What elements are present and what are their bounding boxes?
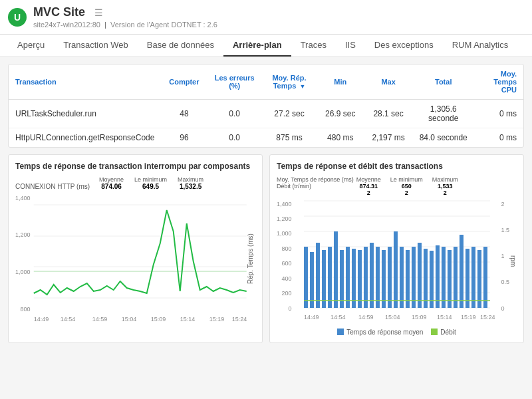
svg-rect-30 — [358, 250, 362, 308]
svg-text:14:59: 14:59 — [358, 314, 374, 321]
chart-right-title: Temps de réponse et débit des transactio… — [277, 162, 517, 172]
col-header-min[interactable]: Min — [317, 65, 364, 100]
nav-item-exceptions[interactable]: Des exceptions — [365, 35, 443, 57]
legend-debit-min: 2 — [390, 190, 423, 196]
svg-rect-32 — [370, 243, 374, 308]
col-header-max[interactable]: Max — [364, 65, 413, 100]
svg-text:15:09: 15:09 — [150, 316, 166, 323]
svg-rect-46 — [454, 247, 458, 308]
table-row: HttpURLConnection.getResponseCode 96 0.0… — [9, 128, 523, 148]
svg-rect-24 — [322, 250, 326, 308]
y-axis-label-right: rpm — [509, 198, 517, 326]
nav-item-rum[interactable]: RUM Analytics — [443, 35, 518, 57]
chart-left: Temps de réponse de transaction interrom… — [8, 154, 263, 343]
legend-moyenne-label-l: Moyenne — [99, 176, 124, 183]
nav-item-base-donnees[interactable]: Base de données — [138, 35, 223, 57]
col-header-avg[interactable]: Moy. Rép. Temps ▼ — [262, 65, 317, 100]
legend-line-label: Débit — [440, 329, 456, 336]
y-tick-r-0: 0 — [289, 305, 292, 312]
y-tick-right-1: 1 — [501, 253, 504, 259]
svg-text:15:04: 15:04 — [121, 316, 136, 323]
y-tick-r-1400: 1,400 — [277, 201, 292, 207]
edit-icon[interactable]: ☰ — [94, 7, 103, 18]
y-tick-r-200: 200 — [282, 290, 292, 297]
svg-text:14:54: 14:54 — [60, 316, 75, 323]
svg-rect-47 — [460, 235, 464, 308]
col-header-errors[interactable]: Les erreurs (%) — [207, 65, 262, 100]
nav-item-iis[interactable]: IIS — [336, 35, 365, 57]
legend-resp-label: Moy. Temps de réponse (ms) — [277, 176, 354, 183]
line-chart-left: 14:49 14:54 14:59 15:04 15:09 15:14 15:1… — [33, 192, 247, 325]
svg-text:14:54: 14:54 — [331, 314, 346, 321]
svg-text:14:59: 14:59 — [92, 316, 107, 323]
nav-item-transaction-web[interactable]: Transaction Web — [54, 35, 138, 57]
svg-text:14:49: 14:49 — [304, 314, 319, 321]
svg-text:15:14: 15:14 — [180, 316, 195, 323]
svg-rect-29 — [352, 249, 356, 308]
y-tick-r-1000: 1,000 — [277, 230, 292, 237]
nav-item-traces[interactable]: Traces — [291, 35, 336, 57]
svg-text:15:24: 15:24 — [231, 316, 247, 323]
legend-debit-label: Débit (tr/min) — [277, 183, 354, 190]
cell-count-1: 48 — [161, 100, 207, 128]
y-tick-800: 800 — [21, 306, 31, 313]
chart-left-title: Temps de réponse de transaction interrom… — [15, 162, 255, 172]
y-tick-1000: 1,000 — [15, 269, 31, 275]
legend-debit-max: 2 — [432, 190, 458, 196]
col-header-cpu[interactable]: Moy. Temps CPU — [474, 65, 523, 100]
svg-rect-25 — [328, 247, 332, 308]
legend-max-val-l: 1,532.5 — [178, 183, 203, 190]
svg-rect-21 — [304, 247, 308, 308]
svg-rect-31 — [364, 247, 368, 308]
cell-errors-1: 0.0 — [207, 100, 262, 128]
charts-row: Temps de réponse de transaction interrom… — [8, 154, 524, 343]
svg-text:15:14: 15:14 — [437, 314, 452, 321]
site-title: MVC Site — [33, 5, 85, 19]
y-tick-r-400: 400 — [282, 275, 292, 282]
svg-rect-40 — [418, 243, 422, 308]
chart-left-component: CONNEXION HTTP (ms) — [15, 183, 90, 190]
svg-rect-48 — [466, 249, 469, 308]
header: U MVC Site ☰ site24x7-win2012:80 | Versi… — [0, 0, 532, 35]
svg-rect-33 — [376, 247, 380, 308]
svg-rect-49 — [471, 247, 475, 308]
svg-text:15:19: 15:19 — [209, 316, 224, 323]
cell-transaction-2: HttpURLConnection.getResponseCode — [9, 128, 161, 148]
svg-rect-41 — [424, 249, 428, 308]
svg-rect-42 — [430, 251, 434, 308]
main-content: Transaction Compter Les erreurs (%) Moy.… — [0, 57, 532, 350]
cell-max-1: 28.1 sec — [364, 100, 413, 128]
y-tick-right-15: 1.5 — [501, 227, 509, 233]
svg-rect-27 — [340, 250, 344, 308]
legend-bar-label: Temps de réponse moyen — [346, 329, 423, 336]
svg-rect-28 — [346, 247, 350, 308]
legend-resp-min: 650 — [390, 183, 423, 190]
svg-rect-44 — [442, 247, 446, 308]
y-tick-r-800: 800 — [282, 245, 292, 252]
svg-rect-43 — [436, 245, 440, 308]
site-subtitle: site24x7-win2012:80 | Version de l'Agent… — [33, 21, 217, 29]
legend-bar-dot — [337, 329, 344, 335]
legend-min-label-r: Le minimum — [390, 176, 423, 183]
y-tick-1400: 1,400 — [15, 195, 31, 201]
legend-min-label-l: Le minimum — [134, 176, 167, 183]
svg-text:14:49: 14:49 — [33, 316, 49, 323]
cell-count-2: 96 — [161, 128, 207, 148]
svg-rect-35 — [388, 247, 392, 308]
col-header-transaction[interactable]: Transaction — [9, 65, 161, 100]
svg-rect-45 — [448, 250, 452, 308]
cell-cpu-1: 0 ms — [474, 100, 523, 128]
y-tick-right-2: 2 — [501, 201, 504, 207]
table-row: URLTaskScheduler.run 48 0.0 27.2 sec 26.… — [9, 100, 523, 128]
cell-errors-2: 0.0 — [207, 128, 262, 148]
cell-avg-1: 27.2 sec — [262, 100, 317, 128]
cell-total-2: 84.0 seconde — [413, 128, 474, 148]
col-header-total[interactable]: Total — [413, 65, 474, 100]
y-tick-1200: 1,200 — [15, 231, 31, 238]
legend-min-val-l: 649.5 — [134, 183, 167, 190]
cell-total-1: 1,305.6 seconde — [413, 100, 474, 128]
nav-item-apercu[interactable]: Aperçu — [8, 35, 54, 57]
legend-debit-moyenne: 2 — [356, 190, 381, 196]
col-header-count[interactable]: Compter — [161, 65, 207, 100]
nav-item-arriere-plan[interactable]: Arrière-plan — [223, 35, 291, 57]
